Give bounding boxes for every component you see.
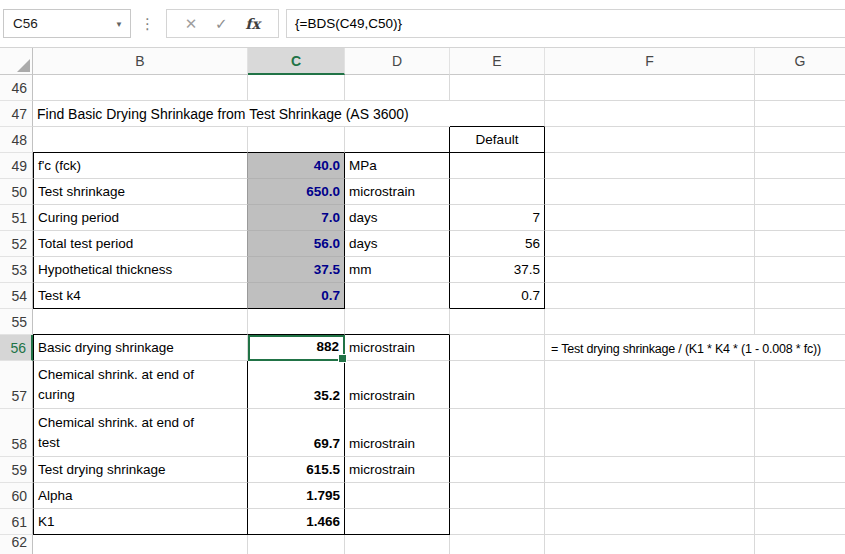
cell[interactable] xyxy=(345,309,450,335)
insert-function-icon[interactable]: fx xyxy=(245,15,260,32)
row-header-49[interactable]: 49 xyxy=(0,153,33,179)
cell[interactable] xyxy=(33,535,248,554)
column-header-g[interactable]: G xyxy=(755,48,845,75)
cell-e50-default[interactable] xyxy=(450,179,545,205)
column-header-d[interactable]: D xyxy=(345,48,450,75)
name-box[interactable]: C56 ▼ xyxy=(3,9,131,38)
cell-c49-input[interactable]: 40.0 xyxy=(248,153,345,179)
cell[interactable] xyxy=(755,283,845,309)
cell[interactable] xyxy=(450,457,545,483)
cell[interactable] xyxy=(345,75,450,101)
cell[interactable] xyxy=(450,535,545,554)
cell-b57-label[interactable]: Chemical shrink. at end of curing xyxy=(33,361,248,409)
cell-b49-label[interactable]: f'c (fck) xyxy=(33,153,248,179)
cell-d58-unit[interactable]: microstrain xyxy=(345,409,450,457)
cell[interactable] xyxy=(755,231,845,257)
cell[interactable] xyxy=(755,535,845,554)
cell[interactable] xyxy=(33,75,248,101)
cell-d56-unit[interactable]: microstrain xyxy=(345,335,450,361)
cell[interactable] xyxy=(545,205,755,231)
cell[interactable] xyxy=(755,257,845,283)
cell-c58-value[interactable]: 69.7 xyxy=(248,409,345,457)
cell-b59-label[interactable]: Test drying shrinkage xyxy=(33,457,248,483)
row-header-54[interactable]: 54 xyxy=(0,283,33,309)
row-header-53[interactable]: 53 xyxy=(0,257,33,283)
cell-e51-default[interactable]: 7 xyxy=(450,205,545,231)
cell[interactable] xyxy=(755,127,845,153)
row-header-57[interactable]: 57 xyxy=(0,361,33,409)
cell[interactable] xyxy=(545,457,755,483)
cell[interactable] xyxy=(545,153,755,179)
cell-c61-value[interactable]: 1.466 xyxy=(248,509,345,535)
cell[interactable] xyxy=(545,509,755,535)
cell[interactable] xyxy=(755,457,845,483)
cell[interactable] xyxy=(755,205,845,231)
cell-b52-label[interactable]: Total test period xyxy=(33,231,248,257)
cell[interactable] xyxy=(755,75,845,101)
cell-e48-default-header[interactable]: Default xyxy=(450,127,545,153)
cell-b51-label[interactable]: Curing period xyxy=(33,205,248,231)
cancel-icon[interactable]: ✕ xyxy=(185,15,198,33)
row-header-51[interactable]: 51 xyxy=(0,205,33,231)
cell[interactable] xyxy=(545,127,755,153)
cell-b61-label[interactable]: K1 xyxy=(33,509,248,535)
cell-e49-default[interactable] xyxy=(450,153,545,179)
cell[interactable] xyxy=(755,309,845,335)
cell-e54-default[interactable]: 0.7 xyxy=(450,283,545,309)
cell[interactable] xyxy=(450,361,545,409)
chevron-down-icon[interactable]: ▼ xyxy=(115,21,123,29)
cell-d49-unit[interactable]: MPa xyxy=(345,153,450,179)
cell-b47-title[interactable]: Find Basic Drying Shrinkage from Test Sh… xyxy=(33,101,248,127)
cell-d51-unit[interactable]: days xyxy=(345,205,450,231)
cell-c57-value[interactable]: 35.2 xyxy=(248,361,345,409)
cell-e53-default[interactable]: 37.5 xyxy=(450,257,545,283)
cell-b58-label[interactable]: Chemical shrink. at end of test xyxy=(33,409,248,457)
cell[interactable] xyxy=(450,75,545,101)
cell[interactable] xyxy=(33,127,248,153)
cell[interactable] xyxy=(755,101,845,127)
row-header-47[interactable]: 47 xyxy=(0,101,33,127)
cell[interactable] xyxy=(755,153,845,179)
formula-input[interactable]: {=BDS(C49,C50)} xyxy=(286,9,845,38)
cell-c56-selected[interactable]: 882 xyxy=(248,335,345,361)
cell[interactable] xyxy=(545,309,755,335)
cell[interactable] xyxy=(755,179,845,205)
cell-d53-unit[interactable]: mm xyxy=(345,257,450,283)
enter-icon[interactable]: ✓ xyxy=(215,15,228,33)
cell-c52-input[interactable]: 56.0 xyxy=(248,231,345,257)
cell-c51-input[interactable]: 7.0 xyxy=(248,205,345,231)
row-header-58[interactable]: 58 xyxy=(0,409,33,457)
column-header-b[interactable]: B xyxy=(33,48,248,75)
cell[interactable] xyxy=(545,283,755,309)
cell-d59-unit[interactable]: microstrain xyxy=(345,457,450,483)
cell[interactable] xyxy=(545,535,755,554)
cell[interactable] xyxy=(450,483,545,509)
cell[interactable] xyxy=(545,257,755,283)
cell-f56-note[interactable]: = Test drying shrinkage / (K1 * K4 * (1 … xyxy=(545,335,755,361)
cell[interactable] xyxy=(545,101,755,127)
cell[interactable] xyxy=(755,361,845,409)
cell-d60[interactable] xyxy=(345,483,450,509)
row-header-50[interactable]: 50 xyxy=(0,179,33,205)
cell-b60-label[interactable]: Alpha xyxy=(33,483,248,509)
cell[interactable] xyxy=(345,535,450,554)
cell[interactable] xyxy=(545,231,755,257)
row-header-52[interactable]: 52 xyxy=(0,231,33,257)
cell-e52-default[interactable]: 56 xyxy=(450,231,545,257)
cell-d50-unit[interactable]: microstrain xyxy=(345,179,450,205)
cell[interactable] xyxy=(755,483,845,509)
cell[interactable] xyxy=(450,101,545,127)
cell[interactable] xyxy=(545,179,755,205)
cell[interactable] xyxy=(545,483,755,509)
cell[interactable] xyxy=(33,309,248,335)
row-header-62[interactable]: 62 xyxy=(0,535,33,554)
select-all-button[interactable] xyxy=(0,48,33,75)
row-header-61[interactable]: 61 xyxy=(0,509,33,535)
cell-c60-value[interactable]: 1.795 xyxy=(248,483,345,509)
row-header-46[interactable]: 46 xyxy=(0,75,33,101)
cell[interactable] xyxy=(755,409,845,457)
row-header-56[interactable]: 56 xyxy=(0,335,33,361)
cell[interactable] xyxy=(545,409,755,457)
row-header-60[interactable]: 60 xyxy=(0,483,33,509)
row-header-48[interactable]: 48 xyxy=(0,127,33,153)
